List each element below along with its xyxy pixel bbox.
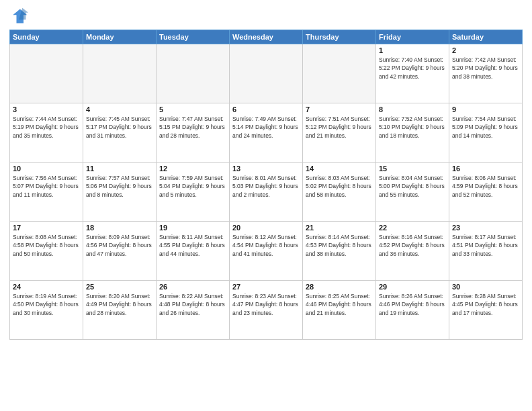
day-number: 26 [159, 283, 226, 291]
page: SundayMondayTuesdayWednesdayThursdayFrid… [0, 0, 532, 411]
day-info: Sunrise: 8:26 AM Sunset: 4:46 PM Dayligh… [379, 292, 446, 317]
day-info: Sunrise: 8:19 AM Sunset: 4:50 PM Dayligh… [13, 292, 80, 317]
day-number: 11 [86, 165, 153, 173]
day-cell-2: 2Sunrise: 7:42 AM Sunset: 5:20 PM Daylig… [449, 44, 523, 103]
day-cell-17: 17Sunrise: 8:08 AM Sunset: 4:58 PM Dayli… [10, 222, 83, 281]
empty-cell [157, 44, 230, 103]
day-info: Sunrise: 8:14 AM Sunset: 4:53 PM Dayligh… [306, 233, 373, 258]
weekday-friday: Friday [376, 30, 449, 44]
day-number: 27 [232, 283, 300, 291]
day-number: 18 [86, 224, 153, 232]
calendar: SundayMondayTuesdayWednesdayThursdayFrid… [9, 30, 523, 340]
day-info: Sunrise: 7:59 AM Sunset: 5:04 PM Dayligh… [159, 174, 226, 199]
empty-cell [230, 44, 303, 103]
day-info: Sunrise: 8:16 AM Sunset: 4:52 PM Dayligh… [379, 233, 446, 258]
day-info: Sunrise: 8:04 AM Sunset: 5:00 PM Dayligh… [379, 174, 446, 199]
weekday-tuesday: Tuesday [157, 30, 230, 44]
day-cell-18: 18Sunrise: 8:09 AM Sunset: 4:56 PM Dayli… [83, 222, 157, 281]
day-info: Sunrise: 8:12 AM Sunset: 4:54 PM Dayligh… [232, 233, 300, 258]
weekday-sunday: Sunday [10, 30, 83, 44]
day-number: 21 [306, 224, 373, 232]
day-cell-29: 29Sunrise: 8:26 AM Sunset: 4:46 PM Dayli… [376, 281, 449, 340]
calendar-row-1: 1Sunrise: 7:40 AM Sunset: 5:22 PM Daylig… [10, 44, 523, 103]
calendar-row-4: 17Sunrise: 8:08 AM Sunset: 4:58 PM Dayli… [10, 222, 523, 281]
weekday-wednesday: Wednesday [230, 30, 303, 44]
day-number: 29 [379, 283, 446, 291]
empty-cell [10, 44, 83, 103]
day-info: Sunrise: 8:03 AM Sunset: 5:02 PM Dayligh… [306, 174, 373, 199]
day-number: 28 [306, 283, 373, 291]
day-info: Sunrise: 7:57 AM Sunset: 5:06 PM Dayligh… [86, 174, 153, 199]
day-number: 25 [86, 283, 153, 291]
day-info: Sunrise: 7:47 AM Sunset: 5:15 PM Dayligh… [159, 115, 226, 140]
day-info: Sunrise: 8:01 AM Sunset: 5:03 PM Dayligh… [232, 174, 300, 199]
day-info: Sunrise: 7:56 AM Sunset: 5:07 PM Dayligh… [13, 174, 80, 199]
day-number: 6 [232, 105, 300, 113]
day-cell-11: 11Sunrise: 7:57 AM Sunset: 5:06 PM Dayli… [83, 163, 157, 222]
day-cell-6: 6Sunrise: 7:49 AM Sunset: 5:14 PM Daylig… [230, 103, 303, 163]
empty-cell [303, 44, 376, 103]
day-number: 12 [159, 165, 226, 173]
day-number: 3 [13, 105, 80, 113]
day-info: Sunrise: 8:11 AM Sunset: 4:55 PM Dayligh… [159, 233, 226, 258]
day-cell-20: 20Sunrise: 8:12 AM Sunset: 4:54 PM Dayli… [230, 222, 303, 281]
day-number: 4 [86, 105, 153, 113]
day-cell-9: 9Sunrise: 7:54 AM Sunset: 5:09 PM Daylig… [449, 103, 523, 163]
day-info: Sunrise: 8:08 AM Sunset: 4:58 PM Dayligh… [13, 233, 80, 258]
day-number: 9 [452, 105, 519, 113]
header [9, 7, 523, 26]
day-number: 23 [452, 224, 519, 232]
day-cell-26: 26Sunrise: 8:22 AM Sunset: 4:48 PM Dayli… [157, 281, 230, 340]
day-info: Sunrise: 7:40 AM Sunset: 5:22 PM Dayligh… [379, 56, 446, 81]
day-cell-10: 10Sunrise: 7:56 AM Sunset: 5:07 PM Dayli… [10, 163, 83, 222]
day-info: Sunrise: 8:06 AM Sunset: 4:59 PM Dayligh… [452, 174, 519, 199]
day-number: 13 [232, 165, 300, 173]
day-info: Sunrise: 8:28 AM Sunset: 4:45 PM Dayligh… [452, 292, 519, 317]
day-number: 14 [306, 165, 373, 173]
day-cell-23: 23Sunrise: 8:17 AM Sunset: 4:51 PM Dayli… [449, 222, 523, 281]
day-number: 24 [13, 283, 80, 291]
day-info: Sunrise: 8:22 AM Sunset: 4:48 PM Dayligh… [159, 292, 226, 317]
day-info: Sunrise: 7:49 AM Sunset: 5:14 PM Dayligh… [232, 115, 300, 140]
day-number: 19 [159, 224, 226, 232]
day-number: 30 [452, 283, 519, 291]
day-number: 20 [232, 224, 300, 232]
day-cell-14: 14Sunrise: 8:03 AM Sunset: 5:02 PM Dayli… [303, 163, 376, 222]
day-info: Sunrise: 7:52 AM Sunset: 5:10 PM Dayligh… [379, 115, 446, 140]
day-number: 16 [452, 165, 519, 173]
day-info: Sunrise: 7:42 AM Sunset: 5:20 PM Dayligh… [452, 56, 519, 81]
calendar-row-5: 24Sunrise: 8:19 AM Sunset: 4:50 PM Dayli… [10, 281, 523, 340]
day-info: Sunrise: 8:20 AM Sunset: 4:49 PM Dayligh… [86, 292, 153, 317]
day-cell-21: 21Sunrise: 8:14 AM Sunset: 4:53 PM Dayli… [303, 222, 376, 281]
day-cell-8: 8Sunrise: 7:52 AM Sunset: 5:10 PM Daylig… [376, 103, 449, 163]
day-cell-4: 4Sunrise: 7:45 AM Sunset: 5:17 PM Daylig… [83, 103, 157, 163]
weekday-monday: Monday [83, 30, 157, 44]
day-number: 10 [13, 165, 80, 173]
logo-icon [9, 7, 28, 26]
day-info: Sunrise: 8:09 AM Sunset: 4:56 PM Dayligh… [86, 233, 153, 258]
day-info: Sunrise: 7:51 AM Sunset: 5:12 PM Dayligh… [306, 115, 373, 140]
day-cell-28: 28Sunrise: 8:25 AM Sunset: 4:46 PM Dayli… [303, 281, 376, 340]
day-cell-16: 16Sunrise: 8:06 AM Sunset: 4:59 PM Dayli… [449, 163, 523, 222]
day-number: 15 [379, 165, 446, 173]
day-number: 17 [13, 224, 80, 232]
day-info: Sunrise: 7:54 AM Sunset: 5:09 PM Dayligh… [452, 115, 519, 140]
calendar-row-3: 10Sunrise: 7:56 AM Sunset: 5:07 PM Dayli… [10, 163, 523, 222]
day-info: Sunrise: 7:45 AM Sunset: 5:17 PM Dayligh… [86, 115, 153, 140]
day-number: 7 [306, 105, 373, 113]
weekday-saturday: Saturday [449, 30, 523, 44]
day-cell-1: 1Sunrise: 7:40 AM Sunset: 5:22 PM Daylig… [376, 44, 449, 103]
day-number: 1 [379, 46, 446, 54]
empty-cell [83, 44, 157, 103]
day-cell-24: 24Sunrise: 8:19 AM Sunset: 4:50 PM Dayli… [10, 281, 83, 340]
day-cell-3: 3Sunrise: 7:44 AM Sunset: 5:19 PM Daylig… [10, 103, 83, 163]
day-info: Sunrise: 8:23 AM Sunset: 4:47 PM Dayligh… [232, 292, 300, 317]
day-cell-19: 19Sunrise: 8:11 AM Sunset: 4:55 PM Dayli… [157, 222, 230, 281]
day-cell-5: 5Sunrise: 7:47 AM Sunset: 5:15 PM Daylig… [157, 103, 230, 163]
day-number: 5 [159, 105, 226, 113]
day-cell-27: 27Sunrise: 8:23 AM Sunset: 4:47 PM Dayli… [230, 281, 303, 340]
day-info: Sunrise: 8:17 AM Sunset: 4:51 PM Dayligh… [452, 233, 519, 258]
day-number: 22 [379, 224, 446, 232]
day-number: 8 [379, 105, 446, 113]
day-info: Sunrise: 7:44 AM Sunset: 5:19 PM Dayligh… [13, 115, 80, 140]
